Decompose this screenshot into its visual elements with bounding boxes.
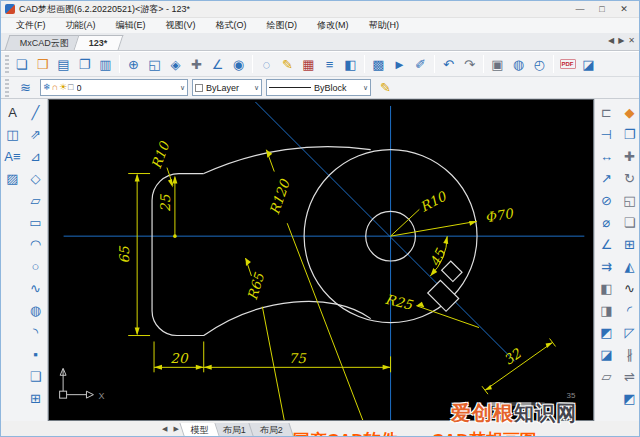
break-button[interactable]: ∦ xyxy=(619,343,640,365)
mtext-button[interactable]: A≡ xyxy=(2,145,23,167)
dim-angular-button[interactable]: ∠ xyxy=(596,233,617,255)
rectangle-button[interactable]: ▭ xyxy=(25,211,46,233)
dim-radius-button[interactable]: ⊘ xyxy=(596,189,617,211)
insert-image-button[interactable]: ◫ xyxy=(2,123,23,145)
undo-button[interactable]: ↶ xyxy=(438,54,459,75)
measure-button[interactable]: ∠ xyxy=(207,54,228,75)
menu-item[interactable]: 编辑(E) xyxy=(107,18,155,33)
open-dwg-button[interactable]: ❒ xyxy=(32,54,53,75)
scale-button[interactable]: ◱ xyxy=(619,189,640,211)
line-button[interactable]: ╱ xyxy=(25,101,46,123)
chamfer-button[interactable]: ◸ xyxy=(619,321,640,343)
create-block-button[interactable]: ⊞ xyxy=(25,387,46,409)
drawing-canvas[interactable]: 65 25 R10 R120 xyxy=(48,99,594,421)
text-button[interactable]: A xyxy=(2,101,23,123)
maximize-button[interactable]: □ xyxy=(591,2,613,16)
zoom-window-button[interactable]: ◱ xyxy=(144,54,165,75)
polyline-button[interactable]: ⊿ xyxy=(25,145,46,167)
publish-web-button[interactable]: ◍ xyxy=(508,54,529,75)
print-button[interactable]: ▣ xyxy=(487,54,508,75)
layers-manager-button[interactable]: ≋ xyxy=(15,77,36,98)
chevron-down-icon[interactable]: ∨ xyxy=(363,84,368,92)
pan-button[interactable]: ✚ xyxy=(186,54,207,75)
arc-button[interactable]: ◠ xyxy=(25,233,46,255)
save-as-button[interactable]: ▥ xyxy=(95,54,116,75)
select-button[interactable]: ► xyxy=(389,54,410,75)
color-palette-button[interactable]: ▦ xyxy=(298,54,319,75)
erase-button[interactable]: ◆ xyxy=(619,101,640,123)
tab-close-icon[interactable]: ✕ xyxy=(628,36,635,45)
save-button[interactable]: ▤ xyxy=(53,54,74,75)
array-button[interactable]: ⊞ xyxy=(619,233,640,255)
minimize-button[interactable]: — xyxy=(569,2,591,16)
copy-button[interactable]: ❐ xyxy=(619,123,640,145)
tab-prev-icon[interactable]: ◀ xyxy=(608,36,614,45)
circle-button[interactable]: ○ xyxy=(25,255,46,277)
layout-tab[interactable]: 模型 xyxy=(179,423,220,437)
pdf-export-button[interactable]: PDF xyxy=(557,54,578,75)
dim-linear-button[interactable]: ↔ xyxy=(596,145,617,167)
find-button[interactable]: ◌ xyxy=(256,54,277,75)
spline-button[interactable]: ∿ xyxy=(25,277,46,299)
dim-continue-button[interactable]: ⇉ xyxy=(596,255,617,277)
join-button[interactable]: ⇌ xyxy=(619,365,640,387)
move-button[interactable]: ✚ xyxy=(619,145,640,167)
close-button[interactable]: ✕ xyxy=(613,2,635,16)
draw-order-back-button[interactable]: ◨ xyxy=(596,299,617,321)
menu-item[interactable]: 绘图(D) xyxy=(258,18,307,33)
wipeout-button[interactable]: ▱ xyxy=(596,365,617,387)
dim-diameter-button[interactable]: ⌀ xyxy=(596,211,617,233)
hatch-button[interactable]: ▨ xyxy=(2,167,23,189)
zoom-in-button[interactable]: ⊕ xyxy=(123,54,144,75)
construction-line-button[interactable]: ⇗ xyxy=(25,123,46,145)
menu-item[interactable]: 帮助(H) xyxy=(360,18,409,33)
toolbar-grip[interactable] xyxy=(5,55,9,73)
layer-select[interactable]: ❄∩☀□ 0 ∨ xyxy=(40,79,188,96)
text-style-button[interactable]: ≡ xyxy=(319,54,340,75)
image-export-button[interactable]: ◪ xyxy=(578,54,599,75)
layout-tab[interactable]: 布局2 xyxy=(248,423,294,437)
linetype-edit-button[interactable]: ✎ xyxy=(375,77,396,98)
dim-aligned-button[interactable]: ↗ xyxy=(596,167,617,189)
web-sync-button[interactable]: ◴ xyxy=(529,54,550,75)
redo-button[interactable]: ↷ xyxy=(459,54,480,75)
layout-prev-icon[interactable]: ◀ xyxy=(159,423,170,435)
draw-order-above-button[interactable]: ◩ xyxy=(596,321,617,343)
insert-block-button[interactable]: ❑ xyxy=(25,365,46,387)
box-3d-button[interactable]: ◩ xyxy=(619,387,640,409)
dim-style-button[interactable]: ⊏ xyxy=(596,101,617,123)
ellipse-arc-button[interactable]: ◝ xyxy=(25,321,46,343)
tab-next-icon[interactable]: ▶ xyxy=(618,36,624,45)
chevron-down-icon[interactable]: ∨ xyxy=(180,84,185,92)
linetype-select[interactable]: ByBlock ∨ xyxy=(266,79,371,96)
stretch-button[interactable]: ∿ xyxy=(619,277,640,299)
zoom-center-button[interactable]: ◉ xyxy=(228,54,249,75)
fillet-button[interactable]: ◜ xyxy=(619,299,640,321)
cad-drawing[interactable]: 65 25 R10 R120 xyxy=(49,100,593,420)
layer-properties-button[interactable]: ◧ xyxy=(340,54,361,75)
polygon-button[interactable]: ◇ xyxy=(25,167,46,189)
menu-item[interactable]: 功能(A) xyxy=(57,18,105,33)
rotate-button[interactable]: ↻ xyxy=(619,167,640,189)
point-button[interactable]: ▪ xyxy=(25,343,46,365)
layer-states-button[interactable]: ▩ xyxy=(368,54,389,75)
chevron-down-icon[interactable]: ∨ xyxy=(254,84,259,92)
menu-item[interactable]: 文件(F) xyxy=(7,18,55,33)
menu-item[interactable]: 格式(O) xyxy=(207,18,256,33)
menu-item[interactable]: 视图(V) xyxy=(157,18,205,33)
color-select[interactable]: ByLayer ∨ xyxy=(192,79,262,96)
draw-settings-button[interactable]: ✎ xyxy=(277,54,298,75)
document-tab[interactable]: 123* xyxy=(74,35,123,50)
open-folder-button[interactable]: ❐ xyxy=(74,54,95,75)
document-tab[interactable]: MxCAD云图 xyxy=(5,35,85,50)
closed-polyline-button[interactable]: ▱ xyxy=(25,189,46,211)
draw-order-front-button[interactable]: ◧ xyxy=(596,277,617,299)
offset-button[interactable]: ❏ xyxy=(619,211,640,233)
new-file-button[interactable]: ❏ xyxy=(11,54,32,75)
trim-button[interactable]: ⊣ xyxy=(596,123,617,145)
mirror-button[interactable]: ◭ xyxy=(619,255,640,277)
menu-item[interactable]: 修改(M) xyxy=(308,18,358,33)
draw-order-below-button[interactable]: ◪ xyxy=(596,343,617,365)
toolbar-grip[interactable] xyxy=(5,79,9,97)
quick-select-button[interactable]: ✐ xyxy=(410,54,431,75)
